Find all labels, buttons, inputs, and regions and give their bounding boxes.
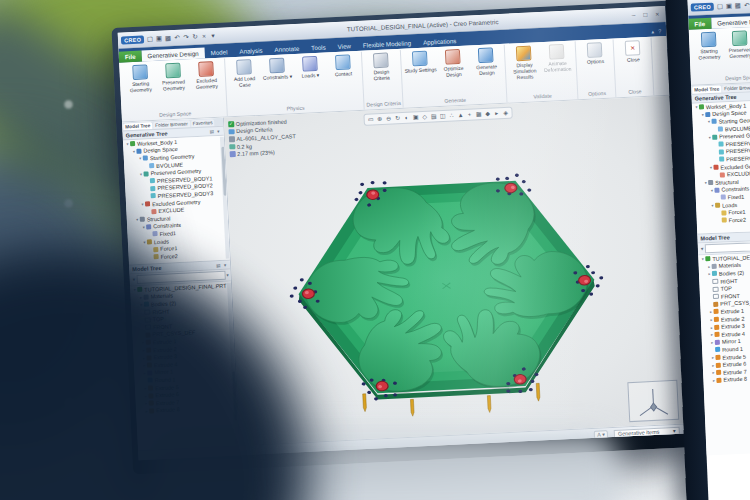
datum-display-icon[interactable]: ∴ xyxy=(447,111,455,119)
extrude-icon xyxy=(716,370,721,375)
ribbon-button-loads[interactable]: Loads ▾ xyxy=(293,54,327,80)
tree-settings-icon[interactable]: ▤ ▾ xyxy=(216,262,227,268)
redo-icon[interactable]: ↷ xyxy=(182,31,191,43)
tree-item-label: EXCLUDE xyxy=(727,170,750,177)
tree-item-label: Loads xyxy=(722,201,737,208)
undo-icon[interactable]: ↶ xyxy=(173,31,182,43)
tree-item-label: Extrude 2 xyxy=(721,315,745,322)
tab-view[interactable]: View xyxy=(331,40,357,52)
tree-item-label: Extrude 4 xyxy=(721,330,745,337)
ribbon-button-close[interactable]: ×Close xyxy=(616,38,650,64)
customize-icon[interactable]: ▾ xyxy=(209,29,218,41)
generative-tree-title: Generative Tree xyxy=(694,94,736,102)
save-icon[interactable]: ▦ xyxy=(734,0,742,11)
force-icon xyxy=(722,218,727,223)
ribbon-button-add-load-case[interactable]: Add Load Case xyxy=(227,57,261,89)
help-icon[interactable]: ? xyxy=(658,28,661,34)
tab-generative-design[interactable]: Generative Design xyxy=(711,15,750,29)
tree-item-label: Round 1 xyxy=(722,346,743,353)
ribbon-button-animate-deformation[interactable]: Animate Deformation xyxy=(540,41,574,73)
graphics-viewport[interactable]: ✓Optimization finishedDesign CriteriaAL-… xyxy=(224,96,685,445)
open-icon[interactable]: ▣ xyxy=(155,32,164,44)
ribbon-tab-bar: File Generative Design xyxy=(688,12,750,30)
ribbon-group-close: ×CloseClose xyxy=(614,38,655,98)
display-style-icon[interactable]: ▣ xyxy=(412,113,420,121)
new-file-icon[interactable]: ▢ xyxy=(146,32,155,44)
undo-icon[interactable]: ↶ xyxy=(743,0,750,11)
open-icon[interactable]: ▣ xyxy=(725,0,733,12)
ribbon-button-optimize-design[interactable]: Optimize Design xyxy=(436,47,470,79)
ribbon-button-display-simulation-results[interactable]: Display Simulation Results xyxy=(507,43,542,81)
tree-item-label: Structural xyxy=(147,215,171,222)
photo-scene: CREO ▢▣▦↶↷↻×▾ TUTORIAL_DESIGN_FINAL (Act… xyxy=(0,0,750,500)
minimize-button[interactable]: – xyxy=(628,9,639,21)
3d-box-icon[interactable]: ▦ xyxy=(474,110,482,118)
maximize-button[interactable]: □ xyxy=(640,8,651,20)
ribbon-button-preserved-geometry[interactable]: Preserved Geometry xyxy=(156,60,190,92)
tree-search-input[interactable] xyxy=(705,241,750,254)
collapse-ribbon-icon[interactable]: ▴ xyxy=(651,28,654,34)
check-icon: ✓ xyxy=(228,121,234,127)
simulation-display-icon[interactable]: ◆ xyxy=(483,110,491,118)
in-graphics-toolbar: ▭⊕⊖↻◐▣◇▤◫∴▲+▦◆▸◈ xyxy=(363,107,512,126)
ribbon-button-starting-geometry[interactable]: Starting Geometry xyxy=(123,62,157,94)
tree-settings-icon[interactable]: ▤ ▾ xyxy=(210,128,221,134)
new-file-icon[interactable]: ▢ xyxy=(716,0,724,12)
shading-style-icon[interactable]: ◐ xyxy=(403,113,411,121)
annotation-filter-icon[interactable]: ▲ xyxy=(456,111,464,119)
animate-deformation-icon xyxy=(549,44,565,60)
regenerate-icon[interactable]: ↻ xyxy=(191,30,200,42)
spin-center-icon[interactable]: + xyxy=(465,110,473,118)
perspective-icon[interactable]: ◇ xyxy=(421,113,429,121)
ribbon-button-options[interactable]: Options xyxy=(578,40,612,66)
preserved-geometry-icon xyxy=(712,134,717,139)
tree-item-label: Force2 xyxy=(729,216,746,223)
tree-item-label: Bodies (2) xyxy=(719,270,744,277)
refit-icon[interactable]: ▭ xyxy=(367,115,375,123)
tab-file[interactable]: File xyxy=(688,18,711,30)
generate-icon[interactable]: ▸ xyxy=(492,109,500,117)
ribbon-button-study-settings[interactable]: Study Settings xyxy=(403,48,437,74)
tree-item-label: PRESERVED_BODY1 xyxy=(725,139,750,147)
selection-filter-dropdown[interactable]: Generative items▾ xyxy=(614,427,680,438)
tree-item-label: Extrude 6 xyxy=(723,361,747,368)
ribbon-group-validate: Display Simulation ResultsAnimate Deform… xyxy=(505,41,579,102)
saved-orientations-icon[interactable]: ▤ xyxy=(430,112,438,120)
tab-annotate[interactable]: Annotate xyxy=(268,43,305,56)
close-button[interactable]: × xyxy=(652,8,663,20)
repaint-icon[interactable]: ↻ xyxy=(394,114,402,122)
analysis-icon[interactable]: ◈ xyxy=(501,109,509,117)
tab-model[interactable]: Model xyxy=(204,46,233,58)
ribbon-button-design-criteria[interactable]: Design Criteria xyxy=(364,50,398,82)
fixed-icon xyxy=(721,195,726,200)
hexagonal-generative-model[interactable] xyxy=(282,149,611,436)
tree-item-label: Force2 xyxy=(160,253,177,260)
zoom-in-icon[interactable]: ⊕ xyxy=(376,115,384,123)
view-manager-icon[interactable]: ◫ xyxy=(438,112,446,120)
tree-item-label: Force1 xyxy=(728,209,745,216)
tab-tools[interactable]: Tools xyxy=(305,41,332,53)
panel-tab-model-tree[interactable]: Model Tree xyxy=(692,85,721,93)
constraints-icon xyxy=(146,224,151,229)
ribbon-button-generate-design[interactable]: Generate Design xyxy=(469,45,503,77)
ribbon-button-excluded-geometry[interactable]: Excluded Geometry xyxy=(189,59,223,91)
ribbon-button-starting-geometry[interactable]: Starting Geometry xyxy=(693,29,725,60)
ribbon-button-preserved-geometry[interactable]: Preserved Geometry xyxy=(724,28,750,59)
panel-tab-folder-browser[interactable]: Folder Browser xyxy=(722,84,750,93)
ribbon-button-contact[interactable]: Contact xyxy=(326,52,360,78)
tree-item-label: Extrude 8 xyxy=(723,376,747,383)
extrude-icon xyxy=(716,362,721,367)
preserved-body-icon xyxy=(719,157,724,162)
zoom-out-icon[interactable]: ⊖ xyxy=(385,114,393,122)
tree-item-label: Extrude 7 xyxy=(723,368,747,375)
chevron-down-icon[interactable]: ▾ xyxy=(226,273,229,278)
preserved-body-icon xyxy=(719,149,724,154)
tab-applications[interactable]: Applications xyxy=(417,35,463,48)
close-window-icon[interactable]: × xyxy=(200,30,209,42)
save-icon[interactable]: ▦ xyxy=(164,32,173,44)
tab-analysis[interactable]: Analysis xyxy=(233,44,269,57)
ribbon-button-constraints[interactable]: Constraints ▾ xyxy=(260,55,294,81)
filter-icon[interactable]: ▼ xyxy=(700,246,705,251)
tab-file[interactable]: File xyxy=(119,51,142,63)
fixed-icon xyxy=(152,231,157,236)
